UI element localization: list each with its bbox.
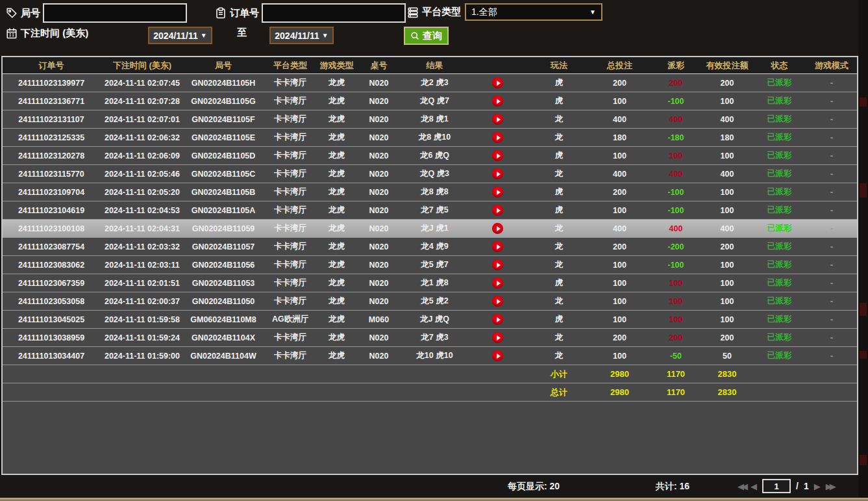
total-valid-bet: 2830 bbox=[702, 387, 752, 397]
table-row[interactable]: 241111023139977 2024-11-11 02:07:45 GN02… bbox=[3, 74, 857, 92]
cell-game-mode: - bbox=[806, 115, 857, 124]
cell-result: 龙1 虎8 bbox=[403, 277, 467, 289]
replay-video-icon[interactable] bbox=[492, 205, 503, 216]
date-to-group: 2024/11/11 ▼ bbox=[269, 27, 334, 44]
platform-type-group: 平台类型 1.全部 ▼ bbox=[406, 3, 602, 21]
replay-video-icon[interactable] bbox=[492, 332, 503, 343]
table-row[interactable]: 241111023136771 2024-11-11 02:07:28 GN02… bbox=[3, 92, 857, 110]
cell-order-no: 241111023131107 bbox=[3, 115, 100, 124]
query-button[interactable]: 查询 bbox=[404, 27, 449, 45]
replay-video-icon[interactable] bbox=[492, 259, 503, 270]
cell-table-no: N020 bbox=[355, 115, 403, 124]
cell-platform: 卡卡湾厅 bbox=[262, 350, 318, 361]
cell-status: 已派彩 bbox=[752, 332, 806, 343]
cell-game-mode: - bbox=[806, 297, 857, 306]
cell-result: 龙4 虎9 bbox=[403, 241, 467, 252]
cell-platform: 卡卡湾厅 bbox=[262, 77, 318, 88]
chevron-down-icon: ▼ bbox=[201, 32, 207, 39]
cell-game-mode: - bbox=[806, 97, 857, 106]
cell-bet-time: 2024-11-11 02:04:53 bbox=[100, 206, 184, 215]
cell-table-no: N020 bbox=[355, 279, 403, 288]
subtotal-total-bet: 2980 bbox=[589, 369, 650, 379]
cell-round-no: GN02024B1105D bbox=[184, 151, 262, 161]
search-icon bbox=[410, 31, 420, 41]
date-from-picker[interactable]: 2024/11/11 ▼ bbox=[148, 27, 212, 44]
cell-valid-bet: 200 bbox=[702, 333, 752, 342]
cell-payout: -100 bbox=[650, 261, 702, 270]
cell-round-no: GM06024B110M8 bbox=[184, 315, 262, 324]
table-row[interactable]: 241111023067359 2024-11-11 02:01:51 GN02… bbox=[3, 274, 857, 292]
table-row[interactable]: 241111023083062 2024-11-11 02:03:11 GN02… bbox=[3, 256, 857, 274]
order-number-input[interactable] bbox=[262, 3, 406, 23]
cell-round-no: GN02024B1105B bbox=[184, 188, 262, 197]
replay-video-icon[interactable] bbox=[492, 296, 503, 307]
cell-valid-bet: 200 bbox=[702, 242, 752, 251]
server-stack-icon bbox=[406, 6, 419, 19]
cell-game-type: 龙虎 bbox=[318, 314, 355, 325]
cell-payout: 400 bbox=[650, 170, 702, 179]
cell-total-bet: 100 bbox=[589, 279, 650, 288]
cell-platform: 卡卡湾厅 bbox=[262, 186, 318, 198]
cell-bet: 龙 bbox=[528, 241, 589, 252]
pagination: ◀◀ ◀ / 1 ▶ ▶▶ bbox=[738, 479, 834, 493]
header-game-type: 游戏类型 bbox=[318, 60, 355, 71]
cell-status: 已派彩 bbox=[752, 259, 806, 270]
cell-game-type: 龙虎 bbox=[318, 114, 355, 125]
table-row[interactable]: 241111023131107 2024-11-11 02:07:01 GN02… bbox=[3, 110, 857, 129]
cell-payout: -180 bbox=[650, 133, 702, 142]
replay-video-icon[interactable] bbox=[492, 350, 503, 361]
replay-video-icon[interactable] bbox=[492, 277, 503, 289]
date-from-value: 2024/11/11 bbox=[153, 31, 198, 41]
cell-total-bet: 100 bbox=[589, 206, 650, 215]
last-page-icon[interactable]: ▶▶ bbox=[826, 482, 834, 491]
replay-video-icon[interactable] bbox=[492, 241, 503, 252]
prev-page-icon[interactable]: ◀ bbox=[750, 482, 757, 491]
cell-payout: 200 bbox=[650, 333, 702, 342]
platform-type-select[interactable]: 1.全部 ▼ bbox=[465, 3, 602, 21]
replay-video-icon[interactable] bbox=[492, 150, 503, 161]
replay-video-icon[interactable] bbox=[492, 186, 503, 198]
order-number-group: 订单号 bbox=[214, 3, 406, 23]
table-row[interactable]: 241111023104619 2024-11-11 02:04:53 GN02… bbox=[3, 201, 857, 220]
table-row[interactable]: 241111023109704 2024-11-11 02:05:20 GN02… bbox=[3, 183, 857, 201]
table-row[interactable]: 241111023053058 2024-11-11 02:00:37 GN02… bbox=[3, 292, 857, 311]
replay-video-icon[interactable] bbox=[492, 223, 503, 234]
calendar-icon bbox=[5, 27, 18, 40]
date-to-picker[interactable]: 2024/11/11 ▼ bbox=[269, 27, 334, 44]
table-row[interactable]: 241111023125335 2024-11-11 02:06:32 GN02… bbox=[3, 129, 857, 147]
round-number-input[interactable] bbox=[43, 3, 187, 23]
cell-status: 已派彩 bbox=[752, 296, 806, 307]
replay-video-icon[interactable] bbox=[492, 132, 503, 143]
cell-status: 已派彩 bbox=[752, 277, 806, 289]
table-row[interactable]: 241111013045025 2024-11-11 01:59:58 GM06… bbox=[3, 311, 857, 329]
replay-video-icon[interactable] bbox=[492, 168, 503, 179]
first-page-icon[interactable]: ◀◀ bbox=[738, 482, 745, 491]
replay-video-icon[interactable] bbox=[492, 96, 503, 107]
cell-platform: AG欧洲厅 bbox=[262, 314, 318, 325]
cell-total-bet: 100 bbox=[589, 97, 650, 106]
cell-valid-bet: 100 bbox=[702, 315, 752, 324]
table-row[interactable]: 241111023120278 2024-11-11 02:06:09 GN02… bbox=[3, 147, 857, 165]
cell-bet-time: 2024-11-11 02:05:46 bbox=[100, 170, 184, 179]
replay-video-icon[interactable] bbox=[492, 314, 503, 325]
replay-video-icon[interactable] bbox=[492, 77, 503, 88]
table-row[interactable]: 241111023115770 2024-11-11 02:05:46 GN02… bbox=[3, 165, 857, 183]
cell-game-mode: - bbox=[806, 151, 857, 161]
header-valid-bet: 有效投注额 bbox=[702, 60, 752, 71]
table-row[interactable]: 241111013034407 2024-11-11 01:59:00 GN02… bbox=[3, 347, 857, 365]
cell-table-no: N020 bbox=[355, 79, 403, 88]
cell-table-no: N020 bbox=[355, 97, 403, 106]
table-row[interactable]: 241111023087754 2024-11-11 02:03:32 GN02… bbox=[3, 238, 857, 256]
cell-valid-bet: 100 bbox=[702, 97, 752, 106]
table-row[interactable]: 241111023100108 2024-11-11 02:04:31 GN02… bbox=[3, 220, 857, 238]
next-page-icon[interactable]: ▶ bbox=[814, 482, 821, 491]
page-separator: / bbox=[796, 481, 799, 491]
table-row[interactable]: 241111013038959 2024-11-11 01:59:24 GN02… bbox=[3, 329, 857, 347]
replay-video-icon[interactable] bbox=[492, 114, 503, 125]
cell-game-mode: - bbox=[806, 79, 857, 88]
cell-order-no: 241111023139977 bbox=[3, 79, 100, 88]
cell-status: 已派彩 bbox=[752, 96, 806, 107]
page-number-input[interactable] bbox=[762, 479, 791, 493]
header-round-no: 局号 bbox=[184, 60, 262, 71]
cell-order-no: 241111023115770 bbox=[3, 170, 100, 179]
